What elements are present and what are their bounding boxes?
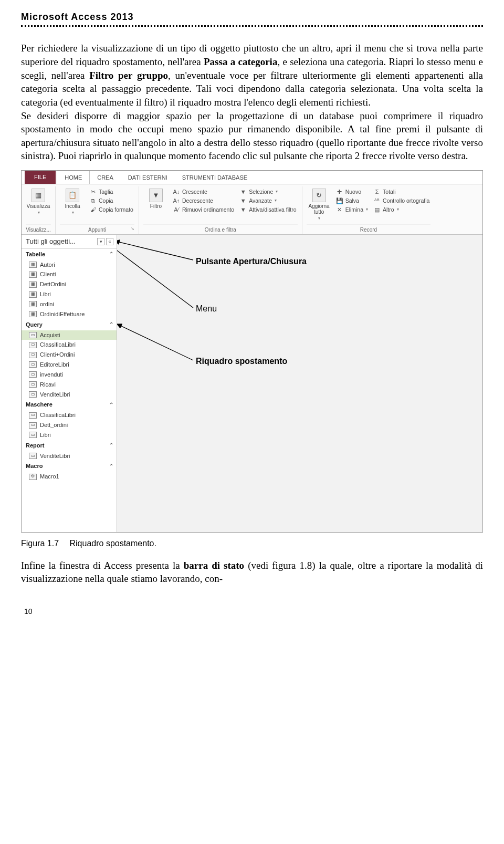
nav-item-form[interactable]: ▭Libri: [22, 430, 117, 440]
funnel-icon: ▼: [149, 189, 163, 202]
nav-item-query[interactable]: ▭Clienti+Ordini: [22, 350, 117, 360]
navigation-pane: Tutti gli oggetti... ▾ « Tabelle ⌃ ▦Auto…: [22, 235, 117, 533]
nav-item-macro[interactable]: ⚙Macro1: [22, 472, 117, 482]
taglia-button[interactable]: ✂Taglia: [88, 187, 134, 196]
header-divider: [21, 25, 483, 27]
more-icon: ▤: [373, 206, 381, 213]
paragraph-3: Infine la finestra di Access presenta la…: [21, 559, 483, 586]
attiva-label: Attiva/disattiva filtro: [249, 206, 296, 213]
nav-item-label: Dett_ordini: [40, 421, 68, 429]
incolla-button[interactable]: 📋 Incolla ▾: [60, 187, 85, 217]
nav-item-label: ClassificaLibri: [40, 341, 76, 349]
nav-section-report[interactable]: Report ⌃: [22, 440, 117, 451]
chevron-up-icon: ⌃: [109, 401, 113, 409]
incolla-label: Incolla: [65, 203, 80, 209]
nav-section-maschere[interactable]: Maschere ⌃: [22, 399, 117, 410]
book-running-head: Microsoft Access 2013: [21, 11, 483, 23]
rimuovi-ordinamento-button[interactable]: A⁄Rimuovi ordinamento: [172, 205, 235, 214]
group-label-record: Record: [307, 224, 431, 234]
navpane-menu-dropdown[interactable]: ▾: [97, 238, 104, 245]
nav-item-table[interactable]: ▦Clienti: [22, 269, 117, 279]
brush-icon: 🖌: [89, 206, 97, 213]
nav-item-label: OrdinidiEffettuare: [40, 310, 85, 318]
form-icon: ▭: [29, 432, 37, 438]
copia-button[interactable]: ⧉Copia: [88, 196, 134, 205]
avanzate-label: Avanzate: [249, 197, 272, 204]
nav-section-macro[interactable]: Macro ⌃: [22, 461, 117, 472]
nav-item-query[interactable]: ▭invenduti: [22, 370, 117, 380]
callout-arrows: [117, 235, 483, 529]
navpane-header[interactable]: Tutti gli oggetti... ▾ «: [22, 235, 117, 249]
nav-section-query[interactable]: Query ⌃: [22, 319, 117, 330]
totali-button[interactable]: ΣTotali: [372, 187, 430, 196]
aggiorna-button[interactable]: ↻ Aggiorna tutto ▾: [307, 187, 332, 223]
salva-label: Salva: [345, 197, 359, 204]
nav-item-query[interactable]: ▭EditoreLibri: [22, 360, 117, 370]
decrescente-button[interactable]: A↑Decrescente: [172, 196, 235, 205]
query-icon: ▭: [29, 332, 37, 338]
nav-item-table[interactable]: ▦OrdinidiEffettuare: [22, 309, 117, 319]
nav-item-form[interactable]: ▭Dett_ordini: [22, 420, 117, 430]
nav-item-label: ordini: [40, 300, 54, 308]
refresh-icon: ↻: [312, 189, 326, 202]
visualizza-button[interactable]: ▦ Visualizza ▾: [26, 187, 51, 217]
ribbon: FILE HOME CREA DATI ESTERNI STRUMENTI DA…: [22, 171, 482, 235]
ortografia-button[interactable]: ᴬᴮControllo ortografia: [372, 196, 430, 205]
nav-item-table[interactable]: ▦Libri: [22, 289, 117, 299]
avanzate-button[interactable]: ▼Avanzate▾: [238, 196, 297, 205]
nav-item-table[interactable]: ▦DettOrdini: [22, 279, 117, 289]
filtro-label: Filtro: [150, 203, 162, 209]
nav-item-query[interactable]: ▭ClassificaLibri: [22, 340, 117, 350]
nav-item-form[interactable]: ▭ClassificaLibri: [22, 410, 117, 420]
nav-item-table[interactable]: ▦ordini: [22, 299, 117, 309]
tab-home[interactable]: HOME: [57, 171, 90, 184]
elimina-button[interactable]: ✕Elimina▾: [335, 205, 369, 214]
report-icon: ▭: [29, 453, 37, 459]
callout-menu: Menu: [196, 303, 217, 315]
nav-item-query[interactable]: ▭VenditeLibri: [22, 390, 117, 400]
table-icon: ▦: [29, 282, 37, 288]
tab-dati-esterni[interactable]: DATI ESTERNI: [121, 171, 175, 184]
sort-asc-icon: A↓: [173, 188, 180, 195]
page-number: 10: [21, 607, 483, 617]
navpane-collapse-button[interactable]: «: [106, 238, 113, 245]
tab-file[interactable]: FILE: [25, 171, 56, 184]
filtro-button[interactable]: ▼ Filtro: [143, 187, 169, 210]
chevron-up-icon: ⌃: [109, 442, 113, 449]
nav-item-query[interactable]: ▭Ricavi: [22, 380, 117, 390]
copia-formato-button[interactable]: 🖌Copia formato: [88, 205, 134, 214]
nav-item-report[interactable]: ▭VenditeLibri: [22, 451, 117, 461]
copia-formato-label: Copia formato: [99, 206, 133, 213]
chevron-down-icon: ▾: [276, 189, 278, 195]
tab-strumenti-database[interactable]: STRUMENTI DATABASE: [175, 171, 255, 184]
funnel-toggle-icon: ▼: [239, 206, 247, 213]
nav-section-label: Tabelle: [26, 251, 45, 258]
nav-item-label: Autori: [40, 261, 55, 269]
toggle-filtro-button[interactable]: ▼Attiva/disattiva filtro: [238, 205, 297, 214]
nav-item-label: DettOrdini: [40, 280, 66, 288]
paragraph-1: Per richiedere la visualizzazione di un …: [21, 41, 483, 109]
selezione-button[interactable]: ▼Selezione▾: [238, 187, 297, 196]
nav-section-tabelle[interactable]: Tabelle ⌃: [22, 249, 117, 260]
rimuovi-label: Rimuovi ordinamento: [182, 206, 234, 213]
app-body: Tutti gli oggetti... ▾ « Tabelle ⌃ ▦Auto…: [22, 235, 482, 533]
query-icon: ▭: [29, 352, 37, 358]
figure-number: Figura 1.7: [21, 539, 59, 548]
copia-label: Copia: [99, 197, 113, 204]
aggiorna-label: Aggiorna tutto: [309, 203, 330, 215]
ribbon-group-record: ↻ Aggiorna tutto ▾ ✚Nuovo 💾Salva ✕Elimin…: [302, 186, 435, 234]
chevron-up-icon: ⌃: [109, 463, 113, 470]
nav-item-label: Libri: [40, 431, 51, 439]
crescente-button[interactable]: A↓Crescente: [172, 187, 235, 196]
nav-item-table[interactable]: ▦Autori: [22, 260, 117, 270]
salva-button[interactable]: 💾Salva: [335, 196, 369, 205]
elimina-label: Elimina: [345, 206, 363, 213]
nuovo-button[interactable]: ✚Nuovo: [335, 187, 369, 196]
tab-crea[interactable]: CREA: [90, 171, 121, 184]
copy-icon: ⧉: [89, 197, 97, 204]
funnel-adv-icon: ▼: [239, 197, 247, 204]
altro-button[interactable]: ▤Altro▾: [372, 205, 430, 214]
nav-item-query[interactable]: ▭Acquisti: [22, 330, 117, 340]
totali-label: Totali: [383, 188, 396, 195]
query-icon: ▭: [29, 371, 37, 378]
